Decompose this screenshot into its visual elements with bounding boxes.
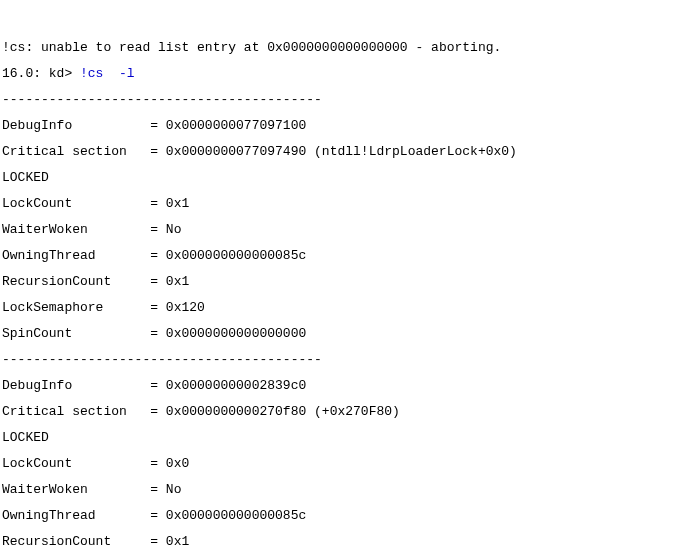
critical-section-row: Critical section = 0x0000000077097490 (n… [2,145,674,158]
cmd-bang: !cs [80,66,103,81]
separator: ----------------------------------------… [2,353,674,366]
locked-row: LOCKED [2,171,674,184]
waiterwoken-row: WaiterWoken = No [2,483,674,496]
lockcount-row: LockCount = 0x0 [2,457,674,470]
prompt-line[interactable]: 16.0: kd> !cs -l [2,67,674,80]
waiterwoken-row: WaiterWoken = No [2,223,674,236]
owningthread-row: OwningThread = 0x000000000000085c [2,509,674,522]
debuginfo-row: DebugInfo = 0x0000000077097100 [2,119,674,132]
debuginfo-row: DebugInfo = 0x00000000002839c0 [2,379,674,392]
recursioncount-row: RecursionCount = 0x1 [2,535,674,548]
cmd-flag: -l [119,66,135,81]
error-line: !cs: unable to read list entry at 0x0000… [2,41,674,54]
separator: ----------------------------------------… [2,93,674,106]
locksemaphore-row: LockSemaphore = 0x120 [2,301,674,314]
err-prefix: !cs: [2,40,41,55]
err-text: unable to read list entry at 0x000000000… [41,40,501,55]
kd-prompt: 16.0: kd> [2,66,80,81]
locked-row: LOCKED [2,431,674,444]
recursioncount-row: RecursionCount = 0x1 [2,275,674,288]
critical-section-row: Critical section = 0x0000000000270f80 (+… [2,405,674,418]
lockcount-row: LockCount = 0x1 [2,197,674,210]
owningthread-row: OwningThread = 0x000000000000085c [2,249,674,262]
spincount-row: SpinCount = 0x0000000000000000 [2,327,674,340]
